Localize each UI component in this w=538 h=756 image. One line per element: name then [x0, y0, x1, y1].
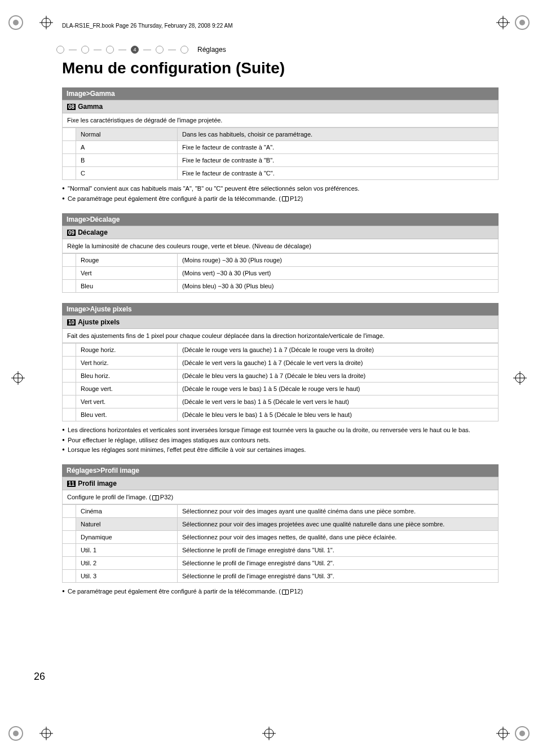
svg-point-14 [14, 373, 23, 383]
nav-step-icon [156, 46, 164, 54]
option-name: Normal [76, 128, 178, 141]
section-description: Fait des ajustements fins de 1 pixel pou… [62, 329, 499, 343]
table-row: Rouge vert.(Décale le rouge vers le bas)… [63, 382, 499, 395]
item-number-badge: 11 [67, 481, 76, 487]
table-row: CFixe le facteur de contraste à "C". [63, 167, 499, 180]
note-item: Pour effectuer le réglage, utilisez des … [62, 436, 499, 445]
note-item: Les directions horizontales et verticale… [62, 426, 499, 434]
page-ref-icon [152, 495, 159, 500]
option-name: Rouge vert. [76, 382, 178, 395]
section-subheader: 09Décalage [62, 226, 499, 239]
option-desc: (Décale le bleu vers la gauche) 1 à 7 (D… [178, 369, 499, 382]
table-row: Util. 2Sélectionne le profil de l'image … [63, 557, 499, 570]
option-desc: (Moins bleu) −30 à 30 (Plus bleu) [178, 279, 499, 292]
option-desc: Sélectionnez pour voir des images nettes… [178, 531, 499, 544]
option-desc: Sélectionnez pour voir des images ayant … [178, 505, 499, 518]
section-description: Règle la luminosité de chacune des coule… [62, 239, 499, 253]
table-row: DynamiqueSélectionnez pour voir des imag… [63, 531, 499, 544]
section-header: Image>Décalage [62, 213, 499, 226]
section-gamma: Image>Gamma 08Gamma Fixe les caractérist… [62, 87, 499, 180]
breadcrumb-label: Réglages [197, 46, 226, 54]
crop-mark-icon [39, 727, 53, 740]
table-row: Util. 1Sélectionne le profil de l'image … [63, 544, 499, 557]
page-title: Menu de configuration (Suite) [62, 59, 504, 77]
item-number-badge: 10 [67, 319, 76, 326]
crop-mark-icon [39, 16, 53, 29]
option-name: Rouge horiz. [76, 343, 178, 356]
option-name: Vert [76, 266, 178, 279]
item-number-badge: 09 [67, 230, 76, 236]
section-header: Image>Gamma [62, 87, 499, 100]
svg-point-2 [515, 16, 529, 29]
svg-point-20 [42, 729, 51, 738]
svg-point-4 [9, 727, 23, 740]
options-table: CinémaSélectionnez pour voir des images … [62, 504, 499, 583]
nav-step-icon [56, 46, 64, 54]
options-table: Rouge(Moins rouge) −30 à 30 (Plus rouge)… [62, 253, 499, 293]
option-desc: (Décale le rouge vers le bas) 1 à 5 (Déc… [178, 382, 499, 395]
note-item: "Normal" convient aux cas habituels mais… [62, 184, 499, 193]
notes-list: "Normal" convient aux cas habituels mais… [62, 184, 499, 203]
section-subheader: 10Ajuste pixels [62, 315, 499, 329]
option-desc: Fixe le facteur de contraste à "B". [178, 154, 499, 167]
corner-ornament-icon [513, 14, 531, 32]
option-name: B [76, 154, 178, 167]
section-subheader: 11Profil image [62, 477, 499, 490]
table-row: Rouge horiz.(Décale le rouge vers la gau… [63, 343, 499, 356]
nav-step-icon [81, 46, 89, 54]
option-name: Naturel [76, 518, 178, 531]
table-row: Bleu vert.(Décale le bleu vers le bas) 1… [63, 408, 499, 421]
section-profil-image: Réglages>Profil image 11Profil image Con… [62, 464, 499, 583]
section-decalage: Image>Décalage 09Décalage Règle la lumin… [62, 213, 499, 293]
book-header-line: DLA-RS1E_FR.book Page 26 Thursday, Febru… [56, 23, 504, 29]
svg-point-23 [499, 729, 508, 738]
subheader-label: Ajuste pixels [78, 318, 120, 326]
option-desc: Sélectionne le profil de l'image enregis… [178, 570, 499, 583]
section-header: Réglages>Profil image [62, 464, 499, 477]
table-row: Vert horiz.(Décale le vert vers la gauch… [63, 356, 499, 369]
page-ref-icon [282, 590, 289, 595]
option-desc: Fixe le facteur de contraste à "A". [178, 141, 499, 154]
options-table: Rouge horiz.(Décale le rouge vers la gau… [62, 343, 499, 421]
page-ref-icon [282, 196, 289, 201]
table-row: Rouge(Moins rouge) −30 à 30 (Plus rouge) [63, 253, 499, 266]
option-name: Vert horiz. [76, 356, 178, 369]
option-desc: (Décale le vert vers la gauche) 1 à 7 (D… [178, 356, 499, 369]
nav-step-icon [106, 46, 114, 54]
option-desc: Sélectionne le profil de l'image enregis… [178, 557, 499, 570]
corner-ornament-icon [7, 724, 25, 742]
option-name: A [76, 141, 178, 154]
crop-mark-icon [262, 727, 276, 740]
table-row: Bleu(Moins bleu) −30 à 30 (Plus bleu) [63, 279, 499, 292]
corner-ornament-icon [7, 14, 25, 32]
note-item: Ce paramétrage peut également être confi… [62, 195, 499, 203]
option-name: Util. 1 [76, 544, 178, 557]
svg-point-7 [519, 731, 525, 736]
table-row: NaturelSélectionnez pour voir des images… [63, 518, 499, 531]
section-subheader: 08Gamma [62, 100, 499, 113]
crop-mark-icon [496, 727, 510, 740]
notes-list: Les directions horizontales et verticale… [62, 426, 499, 455]
corner-ornament-icon [513, 724, 531, 742]
option-desc: Sélectionne le profil de l'image enregis… [178, 544, 499, 557]
svg-point-3 [519, 20, 525, 25]
option-name: Cinéma [76, 505, 178, 518]
subheader-label: Gamma [78, 103, 103, 111]
svg-point-0 [9, 16, 23, 29]
option-name: Util. 3 [76, 570, 178, 583]
svg-point-26 [264, 729, 274, 738]
table-row: NormalDans les cas habituels, choisir ce… [63, 128, 499, 141]
subheader-label: Décalage [78, 228, 108, 236]
svg-point-8 [42, 18, 51, 27]
option-name: Bleu vert. [76, 408, 178, 421]
svg-point-17 [515, 373, 524, 383]
nav-step-icon [180, 46, 188, 54]
option-desc: (Moins vert) −30 à 30 (Plus vert) [178, 266, 499, 279]
option-desc: Fixe le facteur de contraste à "C". [178, 167, 499, 180]
section-header: Image>Ajuste pixels [62, 303, 499, 315]
item-number-badge: 08 [67, 104, 76, 110]
notes-list: Ce paramétrage peut également être confi… [62, 587, 499, 596]
option-desc: Sélectionnez pour voir des images projet… [178, 518, 499, 531]
crop-mark-icon [513, 371, 527, 385]
option-name: Dynamique [76, 531, 178, 544]
